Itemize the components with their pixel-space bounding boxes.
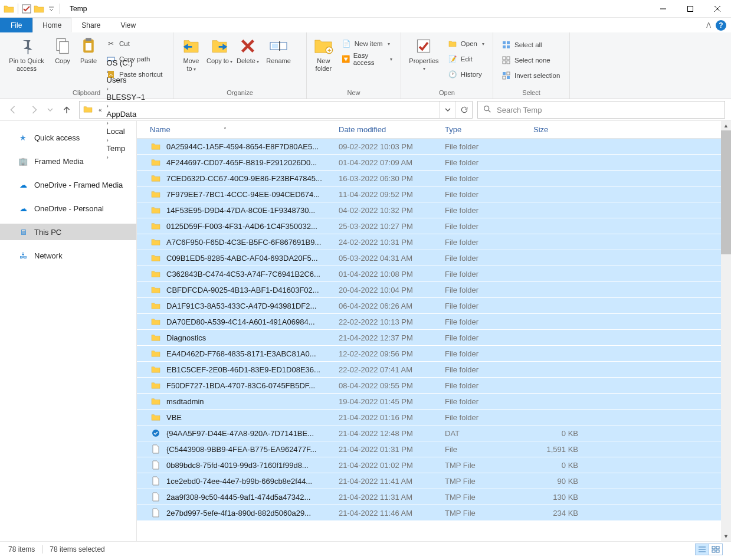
file-row[interactable]: {C5443908-9BB9-4FEA-B775-EA962477F...21-… — [137, 441, 731, 457]
paste-button[interactable]: Paste — [76, 35, 101, 66]
select-all-button[interactable]: Select all — [499, 38, 562, 51]
address-dropdown-button[interactable] — [439, 101, 455, 118]
chevron-right-icon[interactable]: › — [104, 68, 111, 75]
maximize-button[interactable] — [677, 0, 704, 18]
file-row[interactable]: CBFDFCDA-9025-4B13-ABF1-D41603F02...20-0… — [137, 282, 731, 298]
nav-network[interactable]: 🖧Network — [0, 247, 136, 264]
open-button[interactable]: Open▾ — [445, 37, 487, 50]
nav-onedrive-framed[interactable]: ☁OneDrive - Framed Media — [0, 176, 136, 193]
cut-button[interactable]: ✂Cut — [104, 37, 165, 50]
nav-framed-media[interactable]: 🏢Framed Media — [0, 153, 136, 169]
col-type[interactable]: Type — [445, 125, 533, 134]
pin-to-quick-access-button[interactable]: Pin to Quick access — [4, 35, 50, 74]
move-to-button[interactable]: Move to▾ — [177, 35, 205, 74]
tab-file[interactable]: File — [0, 18, 32, 32]
back-button[interactable] — [6, 102, 21, 117]
thumbnails-view-button[interactable] — [709, 543, 723, 555]
scrollbar[interactable]: ▲ ▼ — [721, 121, 731, 541]
col-size[interactable]: Size — [533, 125, 586, 134]
file-row[interactable]: 0125D59F-F003-4F31-A4D6-1C4F350032...25-… — [137, 218, 731, 234]
copy-button[interactable]: Copy — [50, 35, 76, 66]
chevron-right-icon[interactable]: › — [104, 103, 111, 109]
help-icon[interactable]: ? — [716, 20, 726, 31]
select-none-button[interactable]: Select none — [499, 54, 562, 67]
search-box[interactable] — [477, 101, 725, 119]
file-row[interactable]: 2aa9f308-9c50-4445-9af1-474d5a47342...21… — [137, 489, 731, 505]
minimize-button[interactable] — [650, 0, 677, 18]
tab-share[interactable]: Share — [71, 18, 110, 32]
scroll-up-icon[interactable]: ▲ — [721, 121, 731, 130]
rename-button[interactable]: Rename — [262, 35, 295, 66]
file-name: 0125D59F-F003-4F31-A4D6-1C4F350032... — [166, 222, 339, 231]
select-all-icon — [501, 40, 511, 50]
properties-button[interactable]: Properties▾ — [405, 35, 443, 74]
file-row[interactable]: EB1C5CEF-2E0B-46D1-83E9-ED1D08E36...22-0… — [137, 362, 731, 378]
file-name: 2aa9f308-9c50-4445-9af1-474d5a47342... — [166, 493, 339, 502]
delete-button[interactable]: Delete▾ — [234, 35, 262, 67]
file-row[interactable]: A7C6F950-F65D-4C3E-B5FC-6F867691B9...24-… — [137, 234, 731, 250]
file-row[interactable]: {94AA5F97-D44E-47A8-920A-7D7141BE...21-0… — [137, 425, 731, 441]
file-row[interactable]: C09B1ED5-8285-4ABC-AF04-693DA20F5...05-0… — [137, 250, 731, 266]
file-date: 09-02-2022 10:03 PM — [339, 142, 445, 151]
file-row[interactable]: 7CED632D-CC67-40C9-9E86-F23BF47845...16-… — [137, 171, 731, 186]
up-button[interactable] — [59, 102, 74, 117]
file-row[interactable]: 4F244697-CD07-465F-B819-F2912026D0...01-… — [137, 155, 731, 171]
file-name: A7C6F950-F65D-4C3E-B5FC-6F867691B9... — [166, 238, 339, 247]
file-row[interactable]: VBE21-04-2022 01:16 PMFile folder — [137, 410, 731, 425]
forward-button[interactable] — [26, 102, 41, 117]
file-row[interactable]: 7F979EE7-7BC1-4CCC-94EE-094CED674...11-0… — [137, 186, 731, 202]
file-list[interactable]: 0A25944C-1A5F-4594-8654-E8F7D80AE5...09-… — [137, 139, 731, 541]
file-row[interactable]: DA1F91C3-8A53-433C-A47D-943981DF2...06-0… — [137, 298, 731, 314]
qat-dropdown-icon[interactable] — [47, 4, 56, 14]
chevron-right-icon[interactable]: › — [104, 86, 111, 92]
breadcrumb-segment[interactable]: BLESSY~1 — [104, 93, 147, 101]
quick-access-icon: ★ — [18, 133, 28, 142]
nav-this-pc[interactable]: 🖥This PC — [0, 224, 136, 240]
new-folder-button[interactable]: ✦ New folder — [310, 35, 337, 74]
edit-button[interactable]: 📝Edit — [445, 53, 487, 66]
file-row[interactable]: DA70ED80-A539-4C14-A601-491A06984...22-0… — [137, 314, 731, 330]
file-row[interactable]: 14F53E95-D9D4-47DA-8C0E-1F9348730...04-0… — [137, 202, 731, 218]
file-row[interactable]: 1ce2ebd0-74ee-44e7-b99b-669cb8e2f44...21… — [137, 473, 731, 489]
svg-rect-22 — [507, 45, 510, 48]
breadcrumb-segment[interactable]: OS (C:) — [104, 58, 147, 67]
file-type: File folder — [445, 222, 533, 231]
history-button[interactable]: 🕐History — [445, 68, 487, 81]
minimize-ribbon-icon[interactable]: ᐱ — [706, 21, 711, 30]
search-input[interactable] — [497, 106, 720, 114]
file-name: VBE — [166, 413, 339, 422]
file-row[interactable]: C362843B-C474-4C53-A74F-7C6941B2C6...01-… — [137, 266, 731, 282]
col-name[interactable]: Name˄ — [150, 125, 339, 134]
breadcrumb-segment[interactable]: AppData — [104, 110, 147, 119]
tab-home[interactable]: Home — [32, 18, 71, 32]
refresh-button[interactable] — [455, 101, 472, 118]
file-type: File folder — [445, 158, 533, 167]
scrollbar-thumb[interactable] — [721, 130, 731, 254]
address-bar[interactable]: « OS (C:)›Users›BLESSY~1›AppData›Local›T… — [79, 101, 473, 119]
file-row[interactable]: msdtadmin19-04-2022 01:45 PMFile folder — [137, 394, 731, 410]
file-row[interactable]: 0A25944C-1A5F-4594-8654-E8F7D80AE5...09-… — [137, 139, 731, 155]
file-row[interactable]: 2e7bd997-5efe-4f1a-890d-882d5060a29...21… — [137, 505, 731, 521]
easy-access-button[interactable]: 🔽Easy access▾ — [339, 53, 395, 66]
nav-onedrive-personal[interactable]: ☁OneDrive - Personal — [0, 200, 136, 217]
file-type: File folder — [445, 333, 533, 342]
qat-properties-icon[interactable] — [22, 4, 31, 14]
breadcrumb-segment[interactable]: Users — [104, 76, 147, 84]
file-row[interactable]: 0b89bdc8-75fd-4019-99d3-7160f1f99d8...21… — [137, 457, 731, 473]
recent-dropdown-button[interactable] — [46, 102, 54, 117]
col-date[interactable]: Date modified — [339, 125, 445, 134]
new-item-button[interactable]: 📄New item▾ — [339, 37, 395, 50]
file-row[interactable]: EA4D462D-F768-4835-8171-E3ABC81A0...12-0… — [137, 346, 731, 362]
scroll-down-icon[interactable]: ▼ — [721, 532, 731, 541]
nav-quick-access[interactable]: ★Quick access — [0, 129, 136, 146]
details-view-button[interactable] — [695, 543, 709, 555]
qat-folder-icon[interactable] — [34, 4, 44, 14]
file-row[interactable]: Diagnostics21-04-2022 12:37 PMFile folde… — [137, 330, 731, 346]
close-button[interactable] — [704, 0, 731, 18]
copy-to-button[interactable]: Copy to▾ — [205, 35, 234, 67]
tab-view[interactable]: View — [110, 18, 146, 32]
search-icon — [483, 104, 492, 116]
file-row[interactable]: F50DF727-1BDA-4707-83C6-0745FB5DF...08-0… — [137, 378, 731, 394]
building-icon: 🏢 — [18, 157, 28, 166]
invert-selection-button[interactable]: Invert selection — [499, 69, 562, 82]
